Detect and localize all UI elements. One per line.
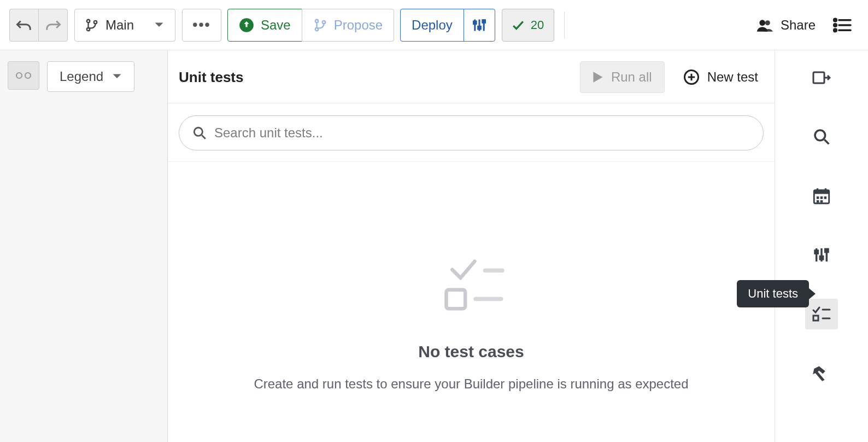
svg-rect-7 (473, 21, 476, 24)
svg-rect-20 (447, 290, 466, 309)
people-icon (756, 18, 773, 32)
branch-selector[interactable]: Main (74, 9, 175, 42)
search-box[interactable] (179, 115, 764, 150)
caret-down-icon (154, 22, 164, 28)
branch-icon (313, 18, 327, 32)
propose-label: Propose (334, 18, 383, 33)
body-layout: Legend Unit tests Run all (0, 50, 868, 442)
checklist-icon (436, 255, 507, 315)
svg-rect-33 (815, 251, 818, 253)
search-icon (813, 128, 830, 146)
new-test-label: New test (707, 69, 758, 85)
run-all-button[interactable]: Run all (580, 61, 665, 93)
panel-title: Unit tests (179, 69, 243, 86)
save-label: Save (261, 18, 291, 33)
undo-button[interactable] (9, 9, 39, 42)
svg-point-4 (315, 19, 318, 22)
search-wrap (168, 103, 775, 162)
svg-rect-25 (814, 190, 829, 194)
checklist-icon (812, 306, 831, 322)
svg-point-23 (815, 130, 825, 141)
share-button[interactable]: Share (751, 9, 821, 42)
redo-icon (45, 18, 61, 32)
empty-subtitle: Create and run tests to ensure your Buil… (254, 374, 688, 394)
svg-point-2 (94, 20, 97, 23)
rail-unit-tests-button[interactable] (805, 299, 838, 329)
tooltip-text: Unit tests (748, 287, 798, 301)
save-button[interactable]: Save (227, 9, 302, 42)
branch-icon (85, 18, 99, 32)
svg-rect-31 (817, 200, 819, 203)
play-icon (593, 71, 603, 83)
history-group (10, 9, 68, 42)
svg-rect-29 (820, 196, 823, 199)
run-all-label: Run all (611, 69, 652, 85)
svg-rect-32 (820, 200, 823, 203)
svg-point-6 (322, 20, 325, 23)
legend-button[interactable]: Legend (47, 61, 134, 92)
empty-title: No test cases (418, 342, 524, 361)
toggle-panel-button[interactable] (8, 61, 39, 90)
deploy-group: Deploy (401, 9, 495, 42)
svg-rect-35 (825, 249, 828, 252)
divider (564, 11, 565, 39)
svg-point-13 (834, 24, 837, 26)
plus-circle-icon (683, 69, 700, 85)
header-actions: Run all New test (580, 61, 764, 93)
top-toolbar: Main ••• Save Propose (0, 0, 868, 50)
calendar-icon (813, 187, 830, 205)
branch-label: Main (105, 18, 134, 33)
rail-build-button[interactable] (805, 358, 838, 388)
rail-flow-button[interactable] (805, 62, 838, 93)
redo-button[interactable] (38, 9, 68, 42)
dots-icon: ••• (192, 16, 210, 33)
svg-rect-34 (820, 257, 823, 259)
rail-calendar-button[interactable] (805, 181, 838, 211)
list-button[interactable] (828, 9, 858, 42)
hammer-icon (812, 365, 831, 381)
share-label: Share (781, 18, 816, 33)
undo-icon (16, 18, 32, 32)
check-icon (512, 20, 524, 30)
sliders-icon (472, 18, 487, 33)
svg-point-15 (16, 73, 22, 78)
svg-rect-8 (478, 26, 480, 29)
search-icon (192, 126, 207, 140)
checks-count: 20 (531, 18, 544, 32)
svg-rect-36 (813, 316, 818, 321)
svg-point-16 (25, 73, 31, 78)
unit-tests-header: Unit tests Run all New test (168, 50, 775, 103)
deploy-settings-button[interactable] (464, 9, 495, 42)
flow-icon (812, 70, 831, 85)
rail-sliders-button[interactable] (805, 240, 838, 270)
rail-search-button[interactable] (805, 121, 838, 152)
svg-rect-22 (813, 72, 824, 83)
caret-down-icon (112, 73, 122, 80)
new-test-button[interactable]: New test (678, 61, 764, 93)
svg-point-11 (765, 20, 770, 25)
checks-button[interactable]: 20 (502, 9, 554, 42)
tooltip-unit-tests: Unit tests (737, 280, 809, 307)
svg-point-10 (759, 20, 765, 26)
empty-state: No test cases Create and run tests to en… (168, 162, 775, 442)
svg-point-0 (87, 19, 90, 22)
svg-point-12 (834, 19, 837, 21)
deploy-button[interactable]: Deploy (400, 9, 464, 42)
save-propose-group: Save Propose (228, 9, 394, 42)
svg-rect-30 (824, 196, 827, 199)
svg-rect-19 (483, 269, 505, 273)
svg-rect-26 (817, 188, 818, 192)
svg-rect-27 (825, 188, 826, 192)
sliders-icon (813, 246, 830, 264)
svg-rect-28 (817, 196, 819, 199)
list-icon (833, 18, 853, 33)
left-panel: Legend (0, 50, 168, 442)
deploy-label: Deploy (412, 18, 453, 33)
svg-point-14 (834, 29, 837, 32)
legend-label: Legend (60, 69, 103, 84)
propose-button[interactable]: Propose (302, 9, 394, 42)
right-rail: Unit tests (775, 50, 868, 442)
svg-rect-9 (483, 20, 485, 22)
more-button[interactable]: ••• (182, 9, 221, 42)
search-input[interactable] (214, 125, 750, 141)
